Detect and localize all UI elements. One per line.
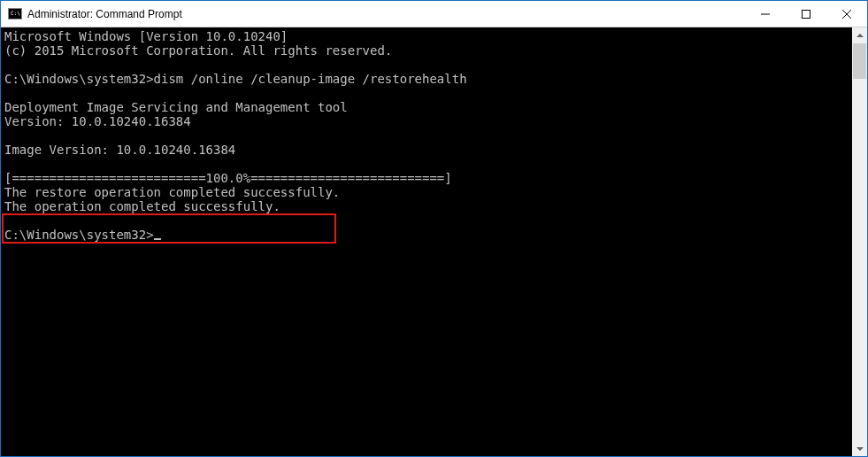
command-prompt-window: C:\ Administrator: Command Prompt Micros… (0, 0, 868, 457)
svg-text:C:\: C:\ (11, 10, 20, 16)
maximize-button[interactable] (786, 1, 826, 27)
text-cursor (154, 238, 161, 240)
console-line: The operation completed successfully. (4, 199, 280, 213)
window-title: Administrator: Command Prompt (27, 8, 182, 20)
console-line: [==========================100.0%=======… (4, 171, 452, 185)
titlebar[interactable]: C:\ Administrator: Command Prompt (1, 1, 867, 27)
console-line: Microsoft Windows [Version 10.0.10240] (4, 29, 288, 43)
console-line: The restore operation completed successf… (4, 185, 340, 199)
console-line: C:\Windows\system32>dism /online /cleanu… (4, 72, 467, 86)
client-area: Microsoft Windows [Version 10.0.10240] (… (1, 27, 867, 456)
svg-marker-7 (856, 447, 864, 451)
console-output[interactable]: Microsoft Windows [Version 10.0.10240] (… (1, 27, 852, 456)
scroll-up-button[interactable] (852, 27, 867, 43)
vertical-scrollbar[interactable] (852, 27, 867, 456)
scroll-down-button[interactable] (852, 441, 867, 456)
console-prompt: C:\Windows\system32> (4, 228, 154, 242)
console-line: (c) 2015 Microsoft Corporation. All righ… (4, 43, 392, 58)
console-line: Deployment Image Servicing and Managemen… (4, 100, 348, 114)
svg-rect-3 (803, 10, 810, 18)
console-line: Image Version: 10.0.10240.16384 (4, 143, 235, 157)
svg-marker-6 (856, 34, 864, 37)
console-line: Version: 10.0.10240.16384 (4, 114, 191, 128)
scroll-thumb[interactable] (853, 43, 866, 79)
cmd-icon: C:\ (8, 7, 22, 21)
minimize-button[interactable] (745, 1, 786, 27)
close-button[interactable] (826, 1, 867, 27)
window-controls (745, 1, 867, 27)
